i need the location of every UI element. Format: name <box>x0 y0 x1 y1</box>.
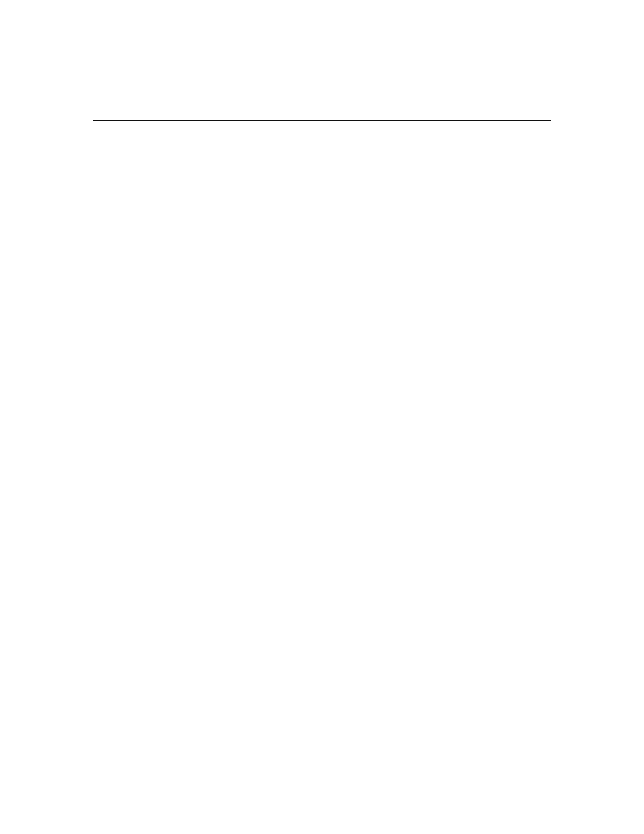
horizontal-divider <box>93 120 551 121</box>
